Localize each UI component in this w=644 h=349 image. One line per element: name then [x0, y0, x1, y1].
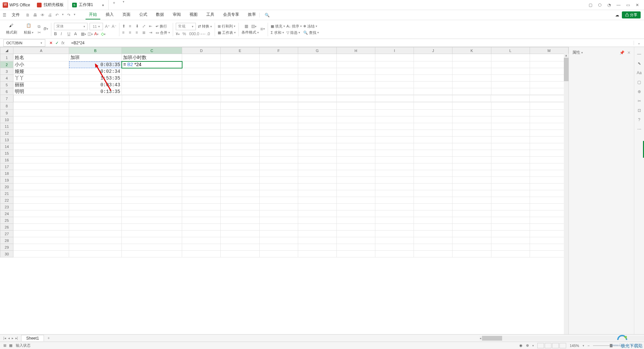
cell[interactable] [221, 190, 259, 197]
collapse-icon[interactable]: — [637, 52, 641, 56]
cell[interactable] [259, 68, 298, 75]
row-header[interactable]: 12 [0, 130, 13, 137]
cell[interactable] [13, 217, 69, 224]
formula-confirm-icon[interactable]: ✓ [55, 41, 59, 45]
cell[interactable] [221, 184, 259, 190]
cell[interactable] [298, 150, 336, 157]
cell[interactable] [530, 54, 568, 61]
paste-button[interactable]: 粘贴 ▾ [22, 29, 35, 36]
cell[interactable] [182, 163, 221, 170]
cell[interactable] [491, 130, 530, 137]
cell[interactable] [452, 150, 491, 157]
cell[interactable] [259, 197, 298, 204]
col-header-I[interactable]: I [375, 47, 414, 54]
col-header-M[interactable]: M [530, 47, 568, 54]
cell[interactable] [298, 231, 336, 237]
cell[interactable] [530, 110, 568, 116]
cell[interactable] [122, 110, 182, 116]
cell[interactable] [336, 251, 375, 257]
strike-icon[interactable]: A̶ [74, 32, 79, 36]
formula-expand-icon[interactable]: ⌄ [634, 41, 644, 45]
row-header[interactable]: 20 [0, 184, 13, 190]
cell[interactable] [259, 137, 298, 143]
more-tool-icon[interactable]: ⋯ [637, 127, 641, 132]
cell[interactable]: 0:02:34 [69, 68, 122, 75]
cell[interactable] [13, 143, 69, 150]
cell[interactable]: 明明 [13, 88, 69, 95]
cell[interactable] [336, 204, 375, 210]
cell[interactable] [336, 231, 375, 237]
cell[interactable] [13, 251, 69, 257]
cell[interactable] [414, 82, 452, 88]
font-name-select[interactable]: 宋体▾ [54, 23, 88, 30]
cut-icon[interactable]: ✂ [38, 30, 42, 35]
cell[interactable] [13, 224, 69, 231]
record-icon[interactable]: ⊞ [3, 343, 6, 348]
cell[interactable] [336, 82, 375, 88]
cell[interactable] [122, 157, 182, 163]
cell[interactable] [491, 102, 530, 110]
cell[interactable] [336, 116, 375, 123]
cell[interactable] [259, 204, 298, 210]
cell[interactable] [221, 110, 259, 116]
cell[interactable] [298, 197, 336, 204]
cell[interactable] [259, 95, 298, 102]
cell-referenced[interactable]: 0:03:35 [69, 61, 122, 68]
sheet-first-icon[interactable]: |◂ [3, 336, 6, 340]
cell[interactable] [414, 197, 452, 204]
cell[interactable] [182, 190, 221, 197]
cell[interactable] [182, 88, 221, 95]
cell[interactable] [259, 75, 298, 82]
cell[interactable] [122, 123, 182, 130]
print-direct-icon[interactable]: 🖶 [33, 13, 37, 17]
cell[interactable] [336, 75, 375, 82]
cell[interactable] [122, 184, 182, 190]
row-header[interactable]: 24 [0, 210, 13, 217]
cell[interactable] [336, 237, 375, 244]
cell[interactable] [122, 244, 182, 251]
cell[interactable] [182, 244, 221, 251]
cell[interactable] [13, 237, 69, 244]
cell[interactable] [69, 237, 122, 244]
cell[interactable] [221, 116, 259, 123]
row-header[interactable]: 22 [0, 197, 13, 204]
cell[interactable] [298, 210, 336, 217]
cell[interactable] [69, 177, 122, 184]
cell[interactable] [221, 88, 259, 95]
cell[interactable] [298, 61, 336, 68]
cell[interactable] [298, 237, 336, 244]
row-header[interactable]: 25 [0, 217, 13, 224]
avatar-icon[interactable]: ◔ [605, 1, 613, 9]
name-box[interactable]: OCT2BIN ▾ [3, 39, 45, 47]
cell[interactable] [69, 137, 122, 143]
row-header[interactable]: 1 [0, 54, 13, 61]
col-header-E[interactable]: E [221, 47, 259, 54]
cell[interactable] [336, 130, 375, 137]
cell[interactable] [375, 210, 414, 217]
view-reading-icon[interactable] [559, 343, 566, 348]
align-center-icon[interactable]: ≡ [129, 30, 133, 35]
cell[interactable] [452, 68, 491, 75]
select-tool-icon[interactable]: ⬉ [638, 61, 641, 66]
cell[interactable] [452, 82, 491, 88]
cell[interactable] [221, 68, 259, 75]
col-header-B[interactable]: B [69, 47, 122, 54]
cell[interactable] [122, 190, 182, 197]
cell[interactable] [491, 68, 530, 75]
cell[interactable] [336, 61, 375, 68]
cell[interactable] [414, 54, 452, 61]
cell[interactable]: 姓名 [13, 54, 69, 61]
cell[interactable] [13, 157, 69, 163]
cell[interactable] [182, 170, 221, 177]
add-sheet-button[interactable]: ＋ [44, 335, 53, 341]
cell[interactable] [259, 224, 298, 231]
decimal-dec-icon[interactable]: ←.0 [203, 32, 207, 36]
cell[interactable] [298, 143, 336, 150]
formula-cancel-icon[interactable]: ✕ [49, 41, 53, 45]
cell[interactable] [375, 110, 414, 116]
cell[interactable] [182, 251, 221, 257]
cell[interactable] [259, 110, 298, 116]
indent-inc-icon[interactable]: ⇥ [149, 30, 154, 35]
cell[interactable] [491, 170, 530, 177]
row-header[interactable]: 27 [0, 231, 13, 237]
